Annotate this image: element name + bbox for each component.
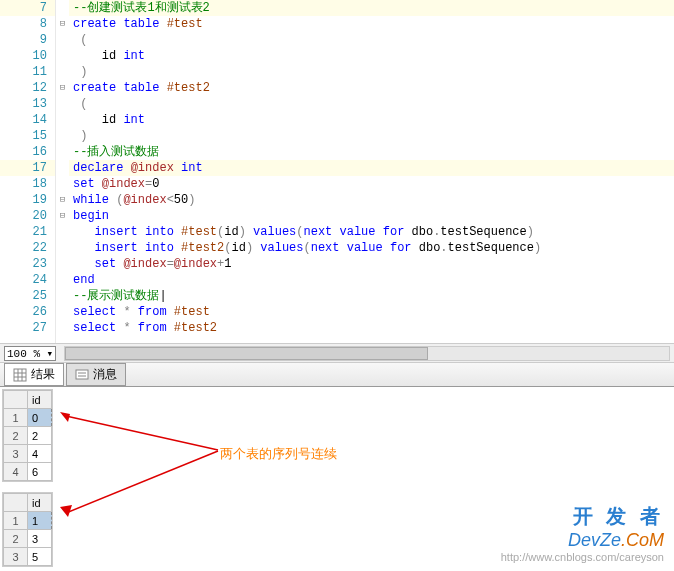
code-line[interactable]: create table #test2	[69, 80, 674, 96]
annotation-text: 两个表的序列号连续	[220, 445, 337, 463]
zoom-combo[interactable]: 100 % ▾	[4, 346, 56, 361]
cell[interactable]: 2	[28, 427, 52, 445]
code-line[interactable]: insert into #test2(id) values(next value…	[69, 240, 674, 256]
tab-label: 结果	[31, 366, 55, 383]
table-row[interactable]: 34	[4, 445, 52, 463]
fold-toggle	[56, 272, 69, 288]
code-line[interactable]: id int	[69, 112, 674, 128]
fold-toggle[interactable]: ⊟	[56, 192, 69, 208]
svg-line-10	[66, 451, 218, 513]
tab-messages[interactable]: 消息	[66, 363, 126, 386]
line-number: 18	[0, 176, 55, 192]
fold-toggle	[56, 288, 69, 304]
line-number: 12	[0, 80, 55, 96]
code-line[interactable]: end	[69, 272, 674, 288]
result-grid-2[interactable]: id112335	[2, 492, 53, 567]
fold-toggle	[56, 224, 69, 240]
code-line[interactable]: insert into #test(id) values(next value …	[69, 224, 674, 240]
code-line[interactable]: while (@index<50)	[69, 192, 674, 208]
line-number: 7	[0, 0, 55, 16]
cell[interactable]: 1	[28, 512, 52, 530]
fold-toggle	[56, 240, 69, 256]
fold-toggle	[56, 320, 69, 336]
watermark-url: http://www.cnblogs.com/careyson	[501, 551, 664, 563]
code-area[interactable]: --创建测试表1和测试表2create table #test ( id int…	[69, 0, 674, 343]
line-number: 8	[0, 16, 55, 32]
table-row[interactable]: 11	[4, 512, 52, 530]
code-line[interactable]: set @index=0	[69, 176, 674, 192]
line-number: 11	[0, 64, 55, 80]
line-number: 20	[0, 208, 55, 224]
fold-toggle	[56, 160, 69, 176]
line-number: 10	[0, 48, 55, 64]
code-line[interactable]: declare @index int	[69, 160, 674, 176]
line-number: 13	[0, 96, 55, 112]
row-header: 2	[4, 530, 28, 548]
code-line[interactable]: )	[69, 64, 674, 80]
line-number: 25	[0, 288, 55, 304]
grid-icon	[13, 368, 27, 382]
annotation-arrow-1	[60, 412, 220, 452]
cell[interactable]: 6	[28, 463, 52, 481]
row-header: 4	[4, 463, 28, 481]
cell[interactable]: 3	[28, 530, 52, 548]
code-line[interactable]: --创建测试表1和测试表2	[69, 0, 674, 16]
code-line[interactable]: (	[69, 96, 674, 112]
code-editor[interactable]: 789101112131415161718192021222324252627 …	[0, 0, 674, 343]
fold-toggle[interactable]: ⊟	[56, 16, 69, 32]
code-line[interactable]: select * from #test2	[69, 320, 674, 336]
code-line[interactable]: )	[69, 128, 674, 144]
line-number: 15	[0, 128, 55, 144]
fold-toggle	[56, 0, 69, 16]
table-row[interactable]: 23	[4, 530, 52, 548]
scroll-thumb[interactable]	[65, 347, 427, 360]
fold-toggle	[56, 112, 69, 128]
fold-toggle	[56, 176, 69, 192]
code-line[interactable]: id int	[69, 48, 674, 64]
code-line[interactable]: select * from #test	[69, 304, 674, 320]
svg-marker-11	[60, 505, 72, 517]
cell[interactable]: 5	[28, 548, 52, 566]
line-number: 21	[0, 224, 55, 240]
fold-toggle	[56, 144, 69, 160]
code-line[interactable]: begin	[69, 208, 674, 224]
svg-rect-5	[76, 370, 88, 379]
row-header: 1	[4, 512, 28, 530]
fold-toggle	[56, 96, 69, 112]
watermark: 开 发 者 DevZe.CoM http://www.cnblogs.com/c…	[501, 503, 664, 563]
row-header: 3	[4, 445, 28, 463]
column-header[interactable]: id	[28, 391, 52, 409]
fold-toggle	[56, 48, 69, 64]
tab-label: 消息	[93, 366, 117, 383]
code-line[interactable]: create table #test	[69, 16, 674, 32]
table-row[interactable]: 22	[4, 427, 52, 445]
line-number: 16	[0, 144, 55, 160]
code-line[interactable]: --展示测试数据|	[69, 288, 674, 304]
cell[interactable]: 4	[28, 445, 52, 463]
fold-toggle[interactable]: ⊟	[56, 80, 69, 96]
line-number: 27	[0, 320, 55, 336]
result-grid-1[interactable]: id10223446	[2, 389, 53, 482]
fold-toggle	[56, 64, 69, 80]
code-line[interactable]: set @index=@index+1	[69, 256, 674, 272]
line-number: 9	[0, 32, 55, 48]
table-row[interactable]: 10	[4, 409, 52, 427]
fold-toggle	[56, 304, 69, 320]
watermark-brand: DevZe.CoM	[501, 530, 664, 551]
svg-line-8	[66, 416, 218, 450]
row-header: 2	[4, 427, 28, 445]
cell[interactable]: 0	[28, 409, 52, 427]
line-number: 14	[0, 112, 55, 128]
column-header[interactable]: id	[28, 494, 52, 512]
code-line[interactable]: --插入测试数据	[69, 144, 674, 160]
line-number: 26	[0, 304, 55, 320]
table-row[interactable]: 46	[4, 463, 52, 481]
fold-toggle[interactable]: ⊟	[56, 208, 69, 224]
horizontal-scrollbar[interactable]	[64, 346, 670, 361]
table-row[interactable]: 35	[4, 548, 52, 566]
fold-column[interactable]: ⊟⊟⊟⊟	[56, 0, 69, 343]
row-header: 1	[4, 409, 28, 427]
code-line[interactable]: (	[69, 32, 674, 48]
svg-rect-0	[14, 369, 26, 381]
tab-results[interactable]: 结果	[4, 363, 64, 386]
